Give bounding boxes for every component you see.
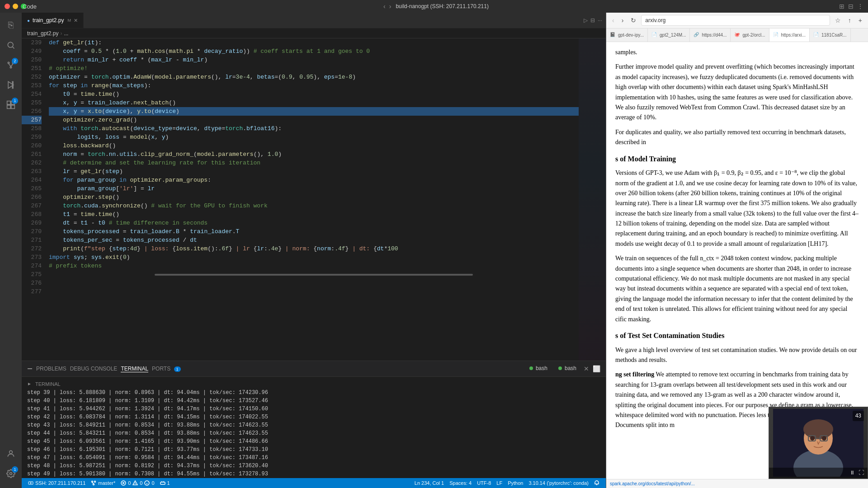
svg-marker-16	[28, 383, 31, 385]
code-line-270: dt = t1 - t0 # time difference in second…	[49, 219, 579, 227]
browser-back-button[interactable]: ‹	[610, 16, 617, 25]
layout-split[interactable]: ⊟	[848, 3, 854, 10]
terminal-container: PROBLEMS DEBUG CONSOLE TERMINAL PORTS 1 …	[22, 361, 606, 478]
browser-tab-2[interactable]: 🔗 https://d44...	[690, 28, 731, 42]
collapse-icon[interactable]	[27, 366, 33, 371]
status-language[interactable]: Python	[505, 480, 526, 486]
svg-rect-29	[160, 482, 165, 484]
terminal-tab-debug[interactable]: DEBUG CONSOLE	[70, 366, 118, 372]
terminal-close-button[interactable]: ✕	[584, 364, 589, 373]
browser-tab-0[interactable]: 📓 gpt-dev-ipy...	[606, 28, 648, 42]
terminal-body[interactable]: TERMINAL step 39 | loss: 5.888630 | norm…	[22, 377, 606, 478]
split-button[interactable]: ⊟	[590, 17, 595, 23]
close-button[interactable]	[5, 4, 10, 9]
status-line-ending[interactable]: LF	[494, 480, 505, 486]
code-content[interactable]: def get_lr(it): coeff = 0.5 * (1.0 + mat…	[45, 38, 579, 361]
svg-point-18	[92, 481, 93, 483]
tab-train-gpt2[interactable]: ● train_gpt2.py M ✕	[22, 13, 84, 28]
status-version[interactable]: 3.10.14 ('pytorchrc': conda)	[526, 480, 591, 486]
terminal-line-1: step 40 | loss: 6.181809 | norm: 1.3109 …	[27, 397, 600, 405]
tab-bar: ● train_gpt2.py M ✕ ▷ ⊟ ···	[22, 13, 606, 28]
status-encoding[interactable]: UTF-8	[474, 480, 494, 486]
browser-tab-1[interactable]: 📄 gpt2_124M...	[648, 28, 690, 42]
browser-add-button[interactable]: +	[856, 16, 864, 25]
terminal-section-label: TERMINAL	[35, 381, 61, 387]
bash-indicator-2[interactable]: bash	[555, 364, 580, 372]
code-line-275: import sys; sys.exit(0)	[49, 253, 579, 262]
cursor-label: Ln 234, Col 1	[415, 480, 444, 486]
bell-icon	[594, 480, 599, 486]
nav-forward-button[interactable]: ›	[389, 3, 392, 10]
status-spaces[interactable]: Spaces: 4	[447, 480, 474, 486]
terminal-line-6: step 45 | loss: 6.093561 | norm: 1.4165 …	[27, 437, 600, 446]
code-line-264: lr = get_lr(step)	[49, 167, 579, 176]
terminal-tab-problems[interactable]: PROBLEMS	[36, 366, 66, 372]
person-silhouette	[773, 409, 863, 477]
minimize-button[interactable]	[13, 4, 18, 9]
browser-bookmark-button[interactable]: ☆	[833, 16, 843, 25]
layout-menu[interactable]: ⋮	[857, 3, 863, 10]
webcam-pause-icon[interactable]: ⏸	[849, 469, 855, 477]
tab-close-button[interactable]: ✕	[74, 18, 78, 23]
more-button[interactable]: ···	[598, 17, 602, 23]
tab-title-2: https://d44...	[702, 33, 726, 38]
code-line-273: print(f"step {step:4d} | loss: {loss.ite…	[49, 244, 579, 253]
status-port[interactable]: 1	[157, 480, 173, 486]
terminal-tab-ports[interactable]: PORTS 1	[152, 366, 180, 372]
browser-tab-4[interactable]: 📄 https://arxi...	[769, 28, 810, 42]
breadcrumb-file[interactable]: train_gpt2.py	[27, 30, 58, 37]
svg-rect-15	[28, 368, 32, 369]
code-line-262: norm = torch.nn.utils.clip_grad_norm_(mo…	[49, 150, 579, 159]
status-cursor[interactable]: Ln 234, Col 1	[412, 480, 447, 486]
code-line-256: x, y = train_loader.next_batch()	[49, 99, 579, 107]
svg-point-14	[10, 473, 12, 475]
terminal-tab-terminal[interactable]: TERMINAL	[121, 366, 148, 372]
explorer-icon[interactable]: ⎘	[2, 16, 20, 34]
line-numbers: 239 249 250 251 252 253 254 255 256 257 …	[22, 38, 45, 361]
bash-indicator-1[interactable]: bash	[526, 364, 551, 372]
tab-favicon-5: 📄	[813, 32, 820, 38]
webcam-fullscreen-icon[interactable]: ⛶	[859, 469, 864, 477]
ssh-icon	[28, 480, 33, 486]
extensions-icon[interactable]: 1	[2, 96, 20, 114]
run-button[interactable]: ▷	[584, 17, 588, 23]
line-ending-label: LF	[496, 480, 502, 486]
breadcrumb-sep: ›	[60, 30, 62, 37]
terminal-maximize-button[interactable]: ⬜	[593, 364, 600, 373]
browser-share-button[interactable]: ↑	[846, 16, 854, 25]
code-line-250: return min_lr + coeff * (max_lr - min_lr…	[49, 56, 579, 64]
browser-forward-button[interactable]: ›	[619, 16, 626, 25]
tab-favicon-2: 🔗	[693, 32, 700, 38]
nav-back-button[interactable]: ‹	[383, 3, 386, 10]
browser-tab-3[interactable]: 🐙 gpt-2/orcl...	[731, 28, 769, 42]
browser-refresh-button[interactable]: ↻	[628, 16, 638, 25]
code-line-271: tokens_processed = train_loader.B * trai…	[49, 227, 579, 236]
status-errors[interactable]: 0 0 0	[118, 480, 157, 486]
terminal-line-8: step 47 | loss: 6.054091 | norm: 0.9584 …	[27, 454, 600, 462]
tab-title-5: 1181CsaR...	[821, 33, 847, 38]
code-line-263: # determine and set the learning rate fo…	[49, 159, 579, 167]
browser-tab-5[interactable]: 📄 1181CsaR...	[810, 28, 851, 42]
search-icon[interactable]	[2, 36, 20, 54]
code-line-258: optimizer.zero_grad()	[49, 116, 579, 124]
code-line-277: # prefix tokens	[49, 262, 579, 270]
git-branch-label: master*	[98, 480, 115, 486]
tab-favicon-4: 📄	[773, 32, 779, 38]
settings-icon[interactable]: 1	[2, 465, 20, 483]
code-line-252: # optimize!	[49, 64, 579, 73]
layout-toggle[interactable]: ⊞	[839, 3, 844, 10]
status-git[interactable]: master*	[88, 480, 118, 486]
warnings-count: 0	[140, 480, 142, 486]
svg-point-0	[8, 42, 13, 47]
account-icon[interactable]	[2, 445, 20, 463]
tab-title-3: gpt-2/orcl...	[742, 33, 765, 38]
spark-url[interactable]: spark.apache.org/docs/latest/api/python/…	[606, 479, 868, 488]
browser-url-input[interactable]	[641, 15, 830, 26]
run-icon[interactable]	[2, 76, 20, 94]
status-ssh[interactable]: SSH: 207.211.170.211	[25, 480, 88, 486]
terminal-line-2: step 41 | loss: 5.944262 | norm: 1.3924 …	[27, 405, 600, 413]
svg-rect-11	[7, 105, 11, 109]
git-icon[interactable]: 2	[2, 56, 20, 74]
terminal-controls: bash bash ✕ ⬜	[526, 364, 600, 373]
status-bell[interactable]	[591, 480, 602, 486]
